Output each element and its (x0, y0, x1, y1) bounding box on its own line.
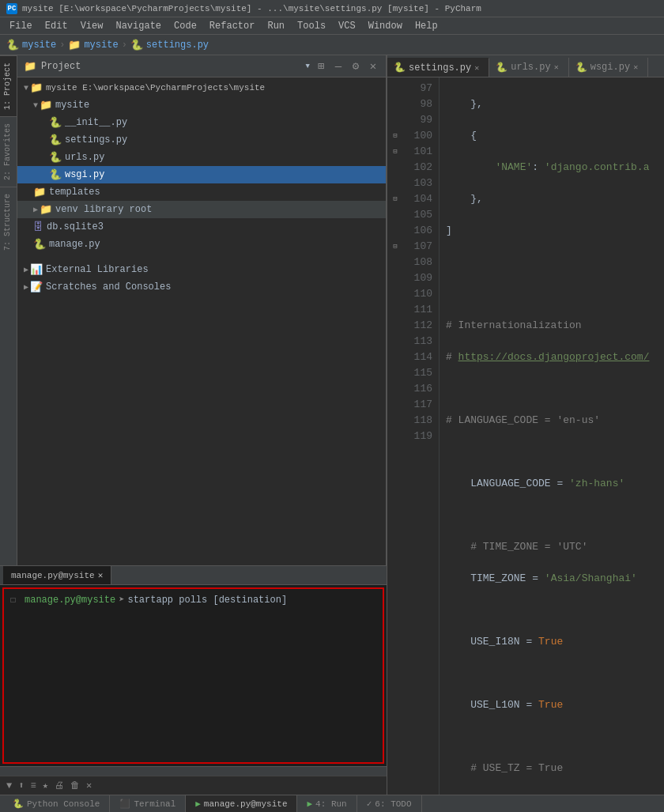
tree-wsgi-py[interactable]: 🐍 wsgi.py (17, 166, 386, 183)
statusbar-todo[interactable]: ✓ 6: TODO (357, 795, 422, 812)
python-icon: 🐍 (13, 799, 24, 809)
tree-wsgi-label: wsgi.py (65, 169, 104, 180)
terminal-tab-bar: manage.py@mysite ✕ (0, 566, 387, 585)
breadcrumb-mysite-folder[interactable]: mysite (84, 40, 118, 51)
tree-templates-label: templates (49, 187, 100, 198)
print-icon[interactable]: 🖨 (55, 780, 64, 791)
close-panel-icon[interactable]: ✕ (367, 60, 379, 73)
terminal-command: startapp polls [destination] (127, 595, 287, 606)
file-tree: ▼ 📁 mysite E:\workspace\PycharmProjects\… (17, 77, 386, 565)
tab-urls-py[interactable]: 🐍 urls.py ✕ (489, 58, 568, 77)
tree-venv[interactable]: ▶ 📁 venv library root (17, 201, 386, 218)
run-label: 4: Run (315, 799, 347, 809)
tab-settings-close[interactable]: ✕ (474, 63, 479, 73)
gutter-column: ⊟ ⊟ ⊟ ⊟ (387, 77, 403, 795)
menu-tools[interactable]: Tools (291, 19, 332, 33)
title-text: mysite [E:\workspace\PycharmProjects\mys… (22, 4, 481, 13)
scroll-down-icon[interactable]: ▼ (6, 780, 12, 791)
tab-structure[interactable]: 7: Structure (0, 187, 17, 257)
statusbar-manage[interactable]: ▶ manage.py@mysite (186, 795, 297, 812)
project-title: Project (41, 61, 301, 72)
tab-settings-py[interactable]: 🐍 settings.py ✕ (387, 58, 489, 77)
term-bullet-icon: ◻ (10, 594, 21, 606)
editor-right: 🐍 settings.py ✕ 🐍 urls.py ✕ 🐍 wsgi.py ✕ (387, 55, 664, 795)
code-content[interactable]: }, { 'NAME': 'django.contrib.a }, ] # In… (440, 77, 664, 795)
tree-manage-py[interactable]: 🐍 manage.py (17, 236, 386, 253)
menu-navigate[interactable]: Navigate (109, 19, 168, 33)
menu-file[interactable]: File (3, 19, 39, 33)
left-tab-strip: 1: Project 2: Favorites 7: Structure (0, 55, 17, 565)
bottom-scroll-bar (0, 766, 387, 776)
todo-label: 6: TODO (375, 799, 411, 809)
tree-external-libs[interactable]: ▶ 📊 External Libraries (17, 261, 386, 278)
tree-mysite-folder[interactable]: ▼ 📁 mysite (17, 96, 386, 114)
breadcrumb-mysite[interactable]: mysite (22, 40, 56, 51)
statusbar-python-console[interactable]: 🐍 Python Console (3, 795, 110, 812)
titlebar: PC mysite [E:\workspace\PycharmProjects\… (0, 0, 664, 17)
tree-templates[interactable]: 📁 templates (17, 183, 386, 201)
manage-tab-label: manage.py@mysite (11, 571, 95, 580)
project-folder-icon: 📁 (24, 60, 36, 73)
terminal-close-icon[interactable]: ✕ (98, 570, 104, 580)
terminal-label: Terminal (134, 799, 175, 809)
tree-root[interactable]: ▼ 📁 mysite E:\workspace\PycharmProjects\… (17, 79, 386, 96)
tree-mysite-label: mysite (55, 100, 89, 111)
collapse-all-icon[interactable]: — (332, 60, 345, 73)
app-icon: PC (6, 3, 17, 14)
python-console-label: Python Console (27, 799, 100, 809)
code-area[interactable]: ⊟ ⊟ ⊟ ⊟ (387, 77, 664, 795)
tree-urls-label: urls.py (65, 152, 104, 163)
favorites-icon[interactable]: ★ (43, 780, 48, 791)
scroll-up-icon[interactable]: ⬆ (18, 780, 24, 791)
gear-icon[interactable]: ⚙ (349, 60, 362, 73)
terminal-prompt: manage.py@mysite (25, 595, 115, 606)
tab-settings-label: settings.py (409, 62, 471, 74)
terminal-arrow: ➤ (119, 594, 124, 606)
statusbar-run[interactable]: ▶ 4: Run (297, 795, 357, 812)
tree-settings-py[interactable]: 🐍 settings.py (17, 131, 386, 149)
tree-root-label: mysite E:\workspace\PycharmProjects\mysi… (46, 83, 265, 93)
menu-window[interactable]: Window (362, 19, 409, 33)
close-icon[interactable]: ✕ (86, 780, 92, 791)
tab-project[interactable]: 1: Project (0, 55, 17, 116)
tab-wsgi-py[interactable]: 🐍 wsgi.py ✕ (569, 58, 648, 77)
tree-settings-label: settings.py (65, 134, 127, 145)
terminal-icon: ⬛ (119, 799, 130, 809)
tree-manage-label: manage.py (49, 239, 100, 250)
run-icon: ▶ (307, 799, 312, 809)
project-panel: 📁 Project ▼ ⊞ — ⚙ ✕ ▼ 📁 (17, 55, 387, 565)
tree-scratches-label: Scratches and Consoles (46, 281, 171, 293)
statusbar-terminal[interactable]: ⬛ Terminal (110, 795, 186, 812)
tab-wsgi-close[interactable]: ✕ (633, 62, 638, 72)
todo-icon: ✓ (367, 799, 372, 809)
breadcrumb-settings[interactable]: settings.py (146, 40, 209, 51)
terminal-body[interactable]: ◻ manage.py@mysite ➤ startapp polls [des… (2, 587, 384, 764)
terminal-tab-manage[interactable]: manage.py@mysite ✕ (3, 566, 111, 584)
editor-tabs: 🐍 settings.py ✕ 🐍 urls.py ✕ 🐍 wsgi.py ✕ (387, 55, 664, 77)
menu-code[interactable]: Code (168, 19, 203, 33)
delete-icon[interactable]: 🗑 (70, 780, 80, 791)
tab-urls-label: urls.py (511, 62, 550, 73)
menu-view[interactable]: View (74, 19, 110, 33)
tree-venv-label: venv library root (55, 204, 152, 215)
menubar: File Edit View Navigate Code Refactor Ru… (0, 17, 664, 35)
tree-init-py[interactable]: 🐍 __init__.py (17, 114, 386, 131)
menu-run[interactable]: Run (261, 19, 291, 33)
tab-urls-close[interactable]: ✕ (554, 62, 559, 72)
project-header: 📁 Project ▼ ⊞ — ⚙ ✕ (17, 55, 386, 77)
bottom-terminal: manage.py@mysite ✕ ◻ manage.py@mysite ➤ … (0, 565, 387, 795)
menu-help[interactable]: Help (409, 19, 444, 33)
breadcrumb: 🐍 mysite › 📁 mysite › 🐍 settings.py (0, 35, 664, 55)
menu-refactor[interactable]: Refactor (203, 19, 262, 33)
tree-db[interactable]: 🗄 db.sqlite3 (17, 218, 386, 236)
tab-favorites[interactable]: 2: Favorites (0, 116, 17, 187)
expand-all-icon[interactable]: ⊞ (315, 60, 327, 73)
menu-vcs[interactable]: VCS (332, 19, 362, 33)
menu-edit[interactable]: Edit (39, 19, 74, 33)
tree-scratches[interactable]: ▶ 📝 Scratches and Consoles (17, 278, 386, 296)
tree-urls-py[interactable]: 🐍 urls.py (17, 149, 386, 166)
list-icon[interactable]: ≡ (30, 780, 36, 791)
manage-run-icon: ▶ (195, 799, 201, 809)
statusbar: 🐍 Python Console ⬛ Terminal ▶ manage.py@… (0, 795, 664, 812)
manage-label: manage.py@mysite (204, 799, 288, 809)
